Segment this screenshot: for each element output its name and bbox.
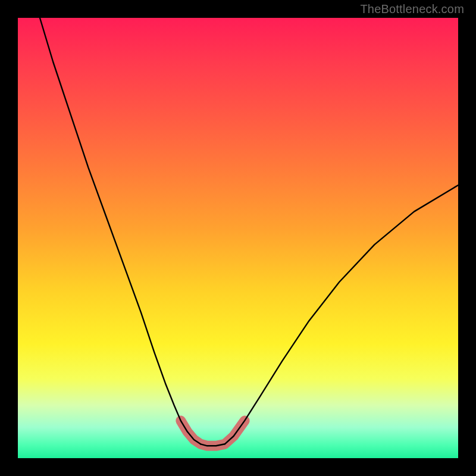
- left-branch-path: [40, 18, 201, 444]
- watermark-text: TheBottleneck.com: [360, 2, 464, 16]
- plot-area: [18, 18, 458, 458]
- curve-layer: [18, 18, 458, 458]
- right-branch-path: [225, 185, 458, 444]
- chart-frame: TheBottleneck.com: [0, 0, 476, 476]
